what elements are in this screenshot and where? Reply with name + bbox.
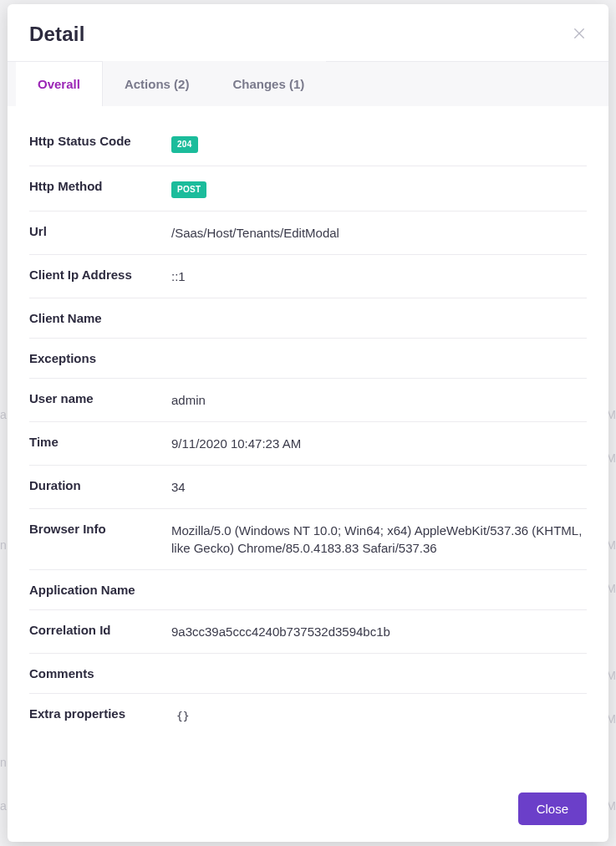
value-time: 9/11/2020 10:47:23 AM [171,435,587,452]
row-browser-info: Browser Info Mozilla/5.0 (Windows NT 10.… [29,509,587,570]
status-code-badge: 204 [171,136,198,153]
tab-actions[interactable]: Actions (2) [103,61,211,106]
label-client-ip: Client Ip Address [29,268,171,282]
value-correlation-id: 9a3cc39a5ccc4240b737532d3594bc1b [171,623,587,640]
close-button[interactable]: Close [518,792,587,825]
label-http-status-code: Http Status Code [29,134,171,148]
row-client-name: Client Name [29,298,587,339]
tab-content-overall: Http Status Code 204 Http Method POST Ur… [8,106,608,777]
value-extra-properties: {} [171,710,190,722]
detail-modal: Detail Overall Actions (2) Changes (1) H… [8,4,608,842]
label-duration: Duration [29,478,171,492]
label-exceptions: Exceptions [29,351,171,365]
value-browser-info: Mozilla/5.0 (Windows NT 10.0; Win64; x64… [171,522,587,557]
row-client-ip: Client Ip Address ::1 [29,255,587,298]
row-exceptions: Exceptions [29,339,587,379]
row-url: Url /Saas/Host/Tenants/EditModal [29,212,587,255]
row-http-status-code: Http Status Code 204 [29,121,587,166]
label-browser-info: Browser Info [29,522,171,536]
label-correlation-id: Correlation Id [29,623,171,637]
label-user-name: User name [29,391,171,405]
label-url: Url [29,224,171,238]
row-user-name: User name admin [29,379,587,422]
row-extra-properties: Extra properties {} [29,694,587,736]
modal-footer: Close [8,777,608,842]
row-comments: Comments [29,654,587,694]
label-comments: Comments [29,666,171,680]
label-extra-properties: Extra properties [29,706,171,721]
tab-overall[interactable]: Overall [16,61,103,106]
row-duration: Duration 34 [29,466,587,509]
label-http-method: Http Method [29,179,171,193]
row-app-name: Application Name [29,570,587,610]
row-http-method: Http Method POST [29,166,587,212]
modal-header: Detail [8,4,608,61]
close-icon[interactable] [572,26,587,41]
value-url: /Saas/Host/Tenants/EditModal [171,224,587,242]
tabs: Overall Actions (2) Changes (1) [8,61,608,106]
http-method-badge: POST [171,181,206,198]
row-correlation-id: Correlation Id 9a3cc39a5ccc4240b737532d3… [29,610,587,654]
value-duration: 34 [171,478,587,496]
value-client-ip: ::1 [171,268,587,285]
label-time: Time [29,435,171,449]
value-user-name: admin [171,391,587,409]
row-time: Time 9/11/2020 10:47:23 AM [29,422,587,466]
label-app-name: Application Name [29,583,171,597]
modal-title: Detail [29,23,85,46]
label-client-name: Client Name [29,311,171,325]
tab-changes[interactable]: Changes (1) [211,61,326,106]
